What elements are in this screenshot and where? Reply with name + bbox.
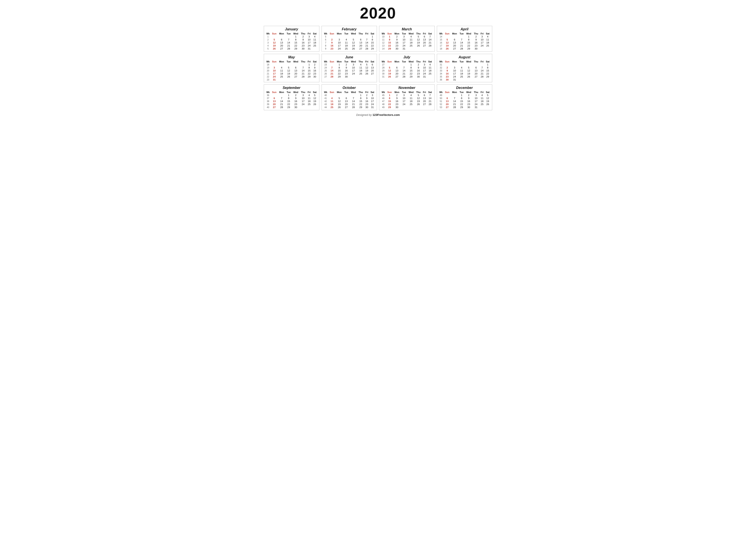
week-number	[323, 109, 328, 109]
day-cell: 2	[393, 94, 401, 97]
day-cell	[285, 50, 292, 51]
week-row: 1612131415161718	[438, 41, 491, 44]
week-row: 1719202122232425	[438, 44, 491, 47]
day-cell: 10	[336, 41, 343, 44]
week-number: 41	[323, 97, 328, 100]
col-header-wed: Wed	[465, 32, 472, 35]
day-cell: 11	[307, 97, 311, 100]
day-cell: 17	[422, 69, 427, 72]
day-cell: 20	[271, 103, 278, 106]
week-number	[438, 50, 444, 51]
month-name: October	[323, 86, 376, 90]
day-cell: 2	[415, 63, 422, 66]
day-cell: 1	[465, 35, 472, 38]
week-number: 47	[381, 100, 386, 103]
week-number: 12	[381, 41, 386, 44]
week-row: 311	[438, 63, 491, 66]
day-cell: 2	[328, 38, 336, 41]
day-cell: 1	[285, 94, 292, 97]
day-cell: 30	[393, 106, 401, 109]
day-cell	[427, 78, 433, 79]
week-number: 8	[323, 44, 328, 47]
day-cell	[307, 106, 311, 109]
day-cell: 25	[479, 103, 485, 106]
day-cell: 23	[444, 75, 451, 78]
day-cell: 21	[300, 72, 307, 75]
day-cell: 20	[451, 44, 458, 47]
day-cell	[328, 94, 336, 97]
col-header-wed: Wed	[407, 91, 415, 94]
week-row: 2478910111213	[323, 66, 376, 69]
day-cell: 14	[427, 38, 433, 41]
day-cell: 29	[369, 47, 375, 50]
day-cell: 11	[485, 38, 491, 41]
day-cell: 21	[427, 41, 433, 44]
day-cell	[444, 94, 451, 97]
day-cell	[415, 109, 422, 109]
col-header-wed: Wed	[292, 60, 300, 63]
day-cell: 19	[311, 100, 318, 103]
week-row: 3920212223242526	[265, 103, 318, 106]
day-cell: 22	[307, 72, 311, 75]
day-cell	[386, 50, 393, 51]
day-cell	[407, 78, 415, 79]
day-cell: 29	[407, 75, 415, 78]
day-cell	[479, 63, 485, 66]
col-header-wk: Wk	[381, 60, 386, 63]
week-number: 13	[381, 44, 386, 47]
day-cell: 20	[444, 103, 451, 106]
month-name: July	[381, 55, 433, 59]
week-number	[323, 50, 328, 51]
day-cell: 18	[311, 41, 318, 44]
day-cell: 15	[307, 69, 311, 72]
day-cell	[386, 109, 393, 109]
day-cell	[311, 106, 318, 109]
week-number: 26	[323, 72, 328, 75]
day-cell: 23	[343, 72, 350, 75]
day-cell: 1	[336, 63, 343, 66]
week-number: 31	[438, 63, 444, 66]
day-cell: 18	[343, 44, 350, 47]
week-number	[265, 109, 271, 109]
week-row: 532728293031	[438, 106, 491, 109]
day-cell	[343, 78, 350, 79]
col-header-thu: Thu	[415, 91, 422, 94]
day-cell: 3	[369, 94, 375, 97]
day-cell: 30	[343, 75, 350, 78]
day-cell: 24	[451, 75, 458, 78]
day-cell: 30	[364, 106, 369, 109]
col-header-sat: Sat	[427, 60, 433, 63]
col-header-sun: Sun	[328, 60, 336, 63]
day-cell	[343, 50, 350, 51]
col-header-thu: Thu	[415, 60, 422, 63]
col-header-sat: Sat	[427, 91, 433, 94]
week-row: 2331	[265, 78, 318, 81]
week-row: 1812	[265, 63, 318, 66]
day-cell: 22	[369, 44, 375, 47]
day-cell: 6	[422, 35, 427, 38]
day-cell	[271, 63, 278, 66]
week-number: 5	[265, 47, 271, 50]
day-cell: 2	[465, 94, 472, 97]
col-header-wed: Wed	[465, 91, 472, 94]
day-cell	[407, 50, 415, 51]
day-cell: 5	[350, 38, 357, 41]
week-number: 6	[323, 38, 328, 41]
day-cell: 9	[300, 38, 307, 41]
day-cell: 21	[451, 103, 458, 106]
day-cell: 27	[472, 75, 479, 78]
week-row: 3416171819202122	[438, 72, 491, 75]
col-header-sun: Sun	[444, 91, 451, 94]
day-cell: 9	[311, 66, 318, 69]
week-number: 1	[265, 35, 271, 38]
day-cell: 28	[458, 47, 465, 50]
col-header-wed: Wed	[350, 32, 357, 35]
col-header-thu: Thu	[357, 91, 364, 94]
day-cell	[485, 47, 491, 50]
day-cell: 29	[336, 75, 343, 78]
week-row: 11234	[265, 35, 318, 38]
day-cell: 23	[472, 44, 479, 47]
day-cell: 11	[427, 66, 433, 69]
col-header-sat: Sat	[311, 32, 318, 35]
day-cell: 30	[300, 47, 307, 50]
